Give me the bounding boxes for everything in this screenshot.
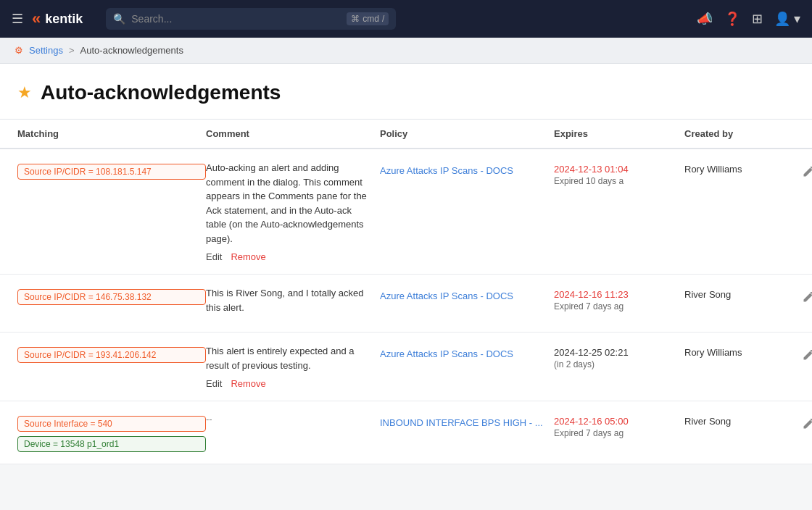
table-row: Source IP/CIDR = 108.181.5.147 Auto-acki… xyxy=(0,149,812,275)
slash-key: / xyxy=(382,14,384,24)
comment-actions: Edit Remove xyxy=(206,251,374,262)
remove-link[interactable]: Remove xyxy=(231,378,265,389)
edit-button[interactable] xyxy=(800,416,812,432)
matching-tag: Source IP/CIDR = 108.181.5.147 xyxy=(17,164,206,180)
table-row: Source IP/CIDR = 146.75.38.132 This is R… xyxy=(0,275,812,333)
edit-link[interactable]: Edit xyxy=(206,251,222,262)
expires-sub: (in 2 days) xyxy=(554,359,684,369)
comment-text: This alert is entirely expected and a re… xyxy=(206,346,355,371)
policy-cell: Azure Attacks IP Scans - DOCS xyxy=(380,161,554,178)
matching-cell: Source IP/CIDR = 193.41.206.142 xyxy=(17,344,206,363)
expires-date: 2024-12-25 02:21 xyxy=(554,347,684,358)
remove-link[interactable]: Remove xyxy=(231,251,265,262)
help-icon[interactable]: ❓ xyxy=(724,11,740,27)
policy-link[interactable]: Azure Attacks IP Scans - DOCS xyxy=(380,344,554,361)
expires-cell: 2024-12-25 02:21 (in 2 days) xyxy=(554,344,684,369)
matching-cell: Source Interface = 540 Device = 13548 p1… xyxy=(17,413,206,452)
favorite-star-icon[interactable]: ★ xyxy=(17,83,32,102)
row-actions xyxy=(800,161,812,180)
col-header-created-by: Created by xyxy=(684,128,800,139)
created-by: River Song xyxy=(684,286,800,300)
row-actions xyxy=(800,413,812,432)
edit-button[interactable] xyxy=(800,289,812,305)
expires-cell: 2024-12-16 05:00 Expired 7 days ag xyxy=(554,413,684,438)
page-title-container: ★ Auto-acknowledgements xyxy=(17,81,795,119)
col-header-comment: Comment xyxy=(206,128,380,139)
comment-dash: -- xyxy=(206,411,212,425)
edit-button[interactable] xyxy=(800,347,812,363)
breadcrumb-current-page: Auto-acknowledgements xyxy=(80,45,183,56)
comment-cell: This alert is entirely expected and a re… xyxy=(206,344,380,389)
expires-sub: Expired 7 days ag xyxy=(554,301,684,312)
page-header: ★ Auto-acknowledgements xyxy=(0,64,812,120)
search-input[interactable] xyxy=(131,13,341,25)
keyboard-shortcut: ⌘ cmd / xyxy=(347,12,389,25)
cmd-key: ⌘ xyxy=(351,14,360,24)
user-icon[interactable]: 👤 ▾ xyxy=(774,11,800,27)
comment-text: This is River Song, and I totally acked … xyxy=(206,288,364,313)
expires-sub: Expired 10 days a xyxy=(554,176,684,186)
page-title: Auto-acknowledgements xyxy=(41,81,281,104)
table-row: Source Interface = 540 Device = 13548 p1… xyxy=(0,401,812,464)
policy-cell: Azure Attacks IP Scans - DOCS xyxy=(380,286,554,304)
search-bar[interactable]: 🔍 ⌘ cmd / xyxy=(106,8,396,30)
menu-icon[interactable]: ☰ xyxy=(12,11,23,27)
created-by: Rory Williams xyxy=(684,161,800,175)
cmd-label: cmd xyxy=(362,14,379,24)
search-icon: 🔍 xyxy=(113,13,125,25)
matching-cell: Source IP/CIDR = 146.75.38.132 xyxy=(17,286,206,305)
policy-link[interactable]: Azure Attacks IP Scans - DOCS xyxy=(380,161,554,178)
comment-cell: Auto-acking an alert and adding comment … xyxy=(206,161,380,262)
policy-link[interactable]: Azure Attacks IP Scans - DOCS xyxy=(380,286,554,304)
table-header-row: Matching Comment Policy Expires Created … xyxy=(0,120,812,149)
policy-cell: INBOUND INTERFACE BPS HIGH - ... xyxy=(380,413,554,430)
policy-cell: Azure Attacks IP Scans - DOCS xyxy=(380,344,554,361)
top-navigation: ☰ « kentik 🔍 ⌘ cmd / 📣 ❓ ⊞ 👤 ▾ xyxy=(0,0,812,38)
row-actions xyxy=(800,286,812,305)
row-actions xyxy=(800,344,812,363)
megaphone-icon[interactable]: 📣 xyxy=(697,11,713,27)
comment-cell: This is River Song, and I totally acked … xyxy=(206,286,380,314)
policy-link[interactable]: INBOUND INTERFACE BPS HIGH - ... xyxy=(380,413,554,430)
col-header-policy: Policy xyxy=(380,128,554,139)
expires-date: 2024-12-16 11:23 xyxy=(554,289,684,300)
table-row: Source IP/CIDR = 193.41.206.142 This ale… xyxy=(0,333,812,401)
comment-cell: -- xyxy=(206,413,380,425)
expires-cell: 2024-12-13 01:04 Expired 10 days a xyxy=(554,161,684,186)
col-header-matching: Matching xyxy=(17,128,206,139)
comment-actions: Edit Remove xyxy=(206,378,374,389)
created-by: River Song xyxy=(684,413,800,427)
col-header-actions xyxy=(800,128,812,139)
created-by: Rory Williams xyxy=(684,344,800,358)
expires-sub: Expired 7 days ag xyxy=(554,428,684,438)
expires-date: 2024-12-13 01:04 xyxy=(554,164,684,175)
col-header-expires: Expires xyxy=(554,128,684,139)
edit-link[interactable]: Edit xyxy=(206,378,222,389)
matching-tag-device: Device = 13548 p1_ord1 xyxy=(17,436,206,452)
matching-cell: Source IP/CIDR = 108.181.5.147 xyxy=(17,161,206,180)
breadcrumb-settings-link[interactable]: Settings xyxy=(29,45,63,56)
logo-icon: « xyxy=(32,9,41,28)
edit-button[interactable] xyxy=(800,164,812,180)
matching-tag: Source IP/CIDR = 146.75.38.132 xyxy=(17,289,206,305)
apps-icon[interactable]: ⊞ xyxy=(752,11,763,27)
breadcrumb-separator: > xyxy=(69,45,75,56)
auto-acknowledgements-table: Matching Comment Policy Expires Created … xyxy=(0,120,812,464)
breadcrumb: ⚙ Settings > Auto-acknowledgements xyxy=(0,38,812,64)
topnav-actions: 📣 ❓ ⊞ 👤 ▾ xyxy=(697,11,800,27)
comment-text: Auto-acking an alert and adding comment … xyxy=(206,162,367,244)
settings-gear-icon: ⚙ xyxy=(14,45,23,56)
matching-tag-source-interface: Source Interface = 540 xyxy=(17,416,206,432)
logo[interactable]: « kentik xyxy=(32,9,83,28)
expires-date: 2024-12-16 05:00 xyxy=(554,416,684,427)
expires-cell: 2024-12-16 11:23 Expired 7 days ag xyxy=(554,286,684,312)
matching-tag: Source IP/CIDR = 193.41.206.142 xyxy=(17,347,206,363)
logo-text: kentik xyxy=(45,12,83,27)
